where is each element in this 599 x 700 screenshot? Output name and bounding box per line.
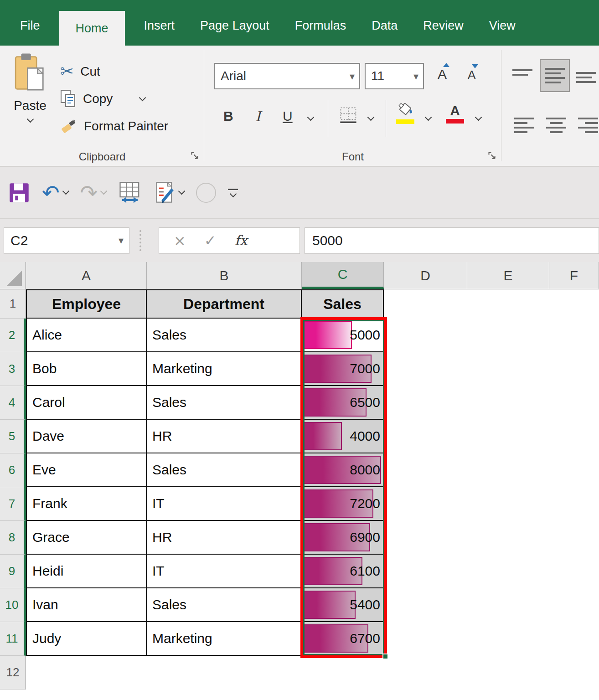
cell-C8[interactable]: 6900 — [302, 521, 384, 555]
cut-button[interactable]: ✂ Cut — [60, 62, 100, 81]
cell-F6[interactable] — [549, 453, 599, 487]
font-dialog-launcher-icon[interactable] — [488, 151, 497, 162]
cell-D11[interactable] — [384, 622, 467, 656]
row-header-2[interactable]: 2 — [0, 319, 26, 352]
cell-C5[interactable]: 4000 — [302, 420, 384, 453]
cell-C4[interactable]: 6500 — [302, 386, 384, 420]
row-header-5[interactable]: 5 — [0, 420, 26, 453]
cell-A5[interactable]: Dave — [26, 420, 147, 453]
cell-A8[interactable]: Grace — [26, 521, 147, 555]
cell-E6[interactable] — [467, 453, 549, 487]
copy-button[interactable]: Copy — [60, 89, 145, 108]
shrink-font-button[interactable]: A — [468, 67, 475, 82]
format-painter-button[interactable]: Format Painter — [60, 118, 168, 135]
row-header-8[interactable]: 8 — [0, 521, 26, 555]
align-middle-button[interactable] — [540, 59, 570, 92]
cell-E9[interactable] — [467, 555, 549, 588]
select-all-corner[interactable] — [0, 262, 26, 289]
redo-button[interactable]: ↷ — [80, 182, 107, 203]
cell-B4[interactable]: Sales — [147, 386, 302, 420]
column-header-A[interactable]: A — [26, 262, 147, 289]
cell-A6[interactable]: Eve — [26, 453, 147, 487]
cell-D5[interactable] — [384, 420, 467, 453]
cell-E2[interactable] — [467, 319, 549, 352]
cell-F10[interactable] — [549, 588, 599, 622]
cell-C6[interactable]: 8000 — [302, 453, 384, 487]
align-top-button[interactable] — [512, 69, 532, 76]
column-header-F[interactable]: F — [549, 262, 599, 289]
cell-D4[interactable] — [384, 386, 467, 420]
align-right-button[interactable] — [578, 118, 598, 133]
cell-E5[interactable] — [467, 420, 549, 453]
cell-E3[interactable] — [467, 352, 549, 386]
tab-view[interactable]: View — [489, 19, 516, 46]
row-header-7[interactable]: 7 — [0, 487, 26, 521]
cell-C12[interactable] — [302, 656, 384, 690]
cell-C7[interactable]: 7200 — [302, 487, 384, 521]
customize-toolbar-button[interactable] — [228, 189, 238, 196]
cell-E1[interactable] — [467, 289, 549, 319]
row-header-4[interactable]: 4 — [0, 386, 26, 420]
column-width-button[interactable] — [118, 181, 142, 204]
underline-button[interactable]: U — [283, 108, 293, 124]
cell-E8[interactable] — [467, 521, 549, 555]
name-box[interactable]: C2 ▾ — [4, 227, 129, 254]
cell-A7[interactable]: Frank — [26, 487, 147, 521]
tab-home[interactable]: Home — [59, 11, 125, 46]
clipboard-dialog-launcher-icon[interactable] — [191, 151, 200, 162]
cell-C3[interactable]: 7000 — [302, 352, 384, 386]
cell-F4[interactable] — [549, 386, 599, 420]
edit-dropdown-icon[interactable] — [178, 188, 186, 195]
cell-D10[interactable] — [384, 588, 467, 622]
cell-A11[interactable]: Judy — [26, 622, 147, 656]
borders-dropdown-icon[interactable] — [367, 114, 375, 121]
column-header-E[interactable]: E — [467, 262, 549, 289]
row-header-11[interactable]: 11 — [0, 622, 26, 656]
resize-handle[interactable] — [139, 230, 141, 251]
undo-button[interactable]: ↶ — [42, 182, 68, 203]
cell-B6[interactable]: Sales — [147, 453, 302, 487]
enter-icon[interactable]: ✓ — [204, 232, 217, 249]
cell-B2[interactable]: Sales — [147, 319, 302, 352]
fill-color-dropdown-icon[interactable] — [425, 114, 432, 121]
column-header-B[interactable]: B — [147, 262, 302, 289]
cell-D2[interactable] — [384, 319, 467, 352]
cell-B12[interactable] — [147, 656, 302, 690]
cell-A4[interactable]: Carol — [26, 386, 147, 420]
column-header-C[interactable]: C — [302, 262, 384, 289]
fill-color-button[interactable] — [396, 103, 415, 124]
cell-F12[interactable] — [549, 656, 599, 690]
cell-D8[interactable] — [384, 521, 467, 555]
cell-C11[interactable]: 6700 — [302, 622, 384, 656]
cell-B10[interactable]: Sales — [147, 588, 302, 622]
row-header-3[interactable]: 3 — [0, 352, 26, 386]
cell-D3[interactable] — [384, 352, 467, 386]
shape-button[interactable] — [196, 183, 216, 203]
cell-A3[interactable]: Bob — [26, 352, 147, 386]
cell-A10[interactable]: Ivan — [26, 588, 147, 622]
cell-D12[interactable] — [384, 656, 467, 690]
cell-A9[interactable]: Heidi — [26, 555, 147, 588]
row-header-9[interactable]: 9 — [0, 555, 26, 588]
font-color-dropdown-icon[interactable] — [475, 114, 482, 121]
edit-document-button[interactable] — [154, 181, 184, 204]
cell-D7[interactable] — [384, 487, 467, 521]
paste-button[interactable]: Paste — [8, 52, 52, 139]
align-bottom-button[interactable] — [576, 72, 596, 83]
row-header-1[interactable]: 1 — [0, 289, 26, 319]
cell-E11[interactable] — [467, 622, 549, 656]
row-header-6[interactable]: 6 — [0, 453, 26, 487]
cell-F7[interactable] — [549, 487, 599, 521]
bold-button[interactable]: B — [223, 108, 233, 124]
save-button[interactable] — [8, 182, 30, 204]
cell-E4[interactable] — [467, 386, 549, 420]
font-size-select[interactable]: 11 ▾ — [365, 63, 424, 89]
cell-C2[interactable]: 5000 — [302, 319, 384, 352]
cell-A1[interactable]: Employee — [26, 289, 147, 319]
tab-page-layout[interactable]: Page Layout — [200, 19, 269, 46]
cell-F5[interactable] — [549, 420, 599, 453]
grow-font-button[interactable]: A — [438, 67, 447, 82]
underline-dropdown-icon[interactable] — [307, 114, 315, 121]
cell-D9[interactable] — [384, 555, 467, 588]
font-name-select[interactable]: Arial ▾ — [214, 63, 360, 89]
